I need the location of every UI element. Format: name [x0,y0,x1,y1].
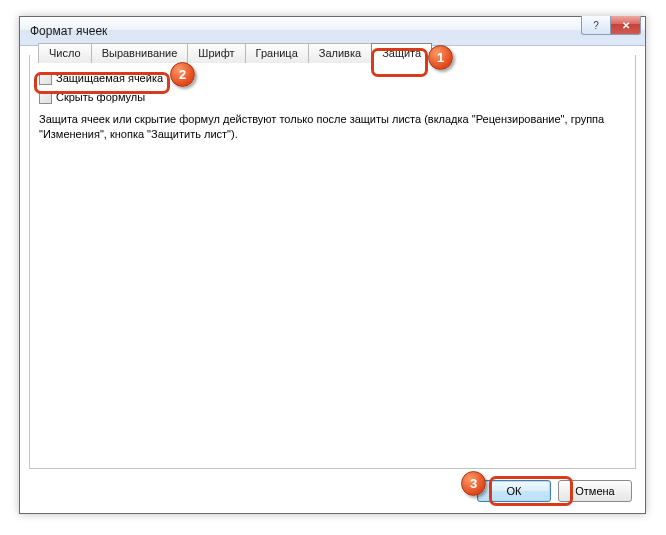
tab-font[interactable]: Шрифт [187,43,245,63]
ok-button[interactable]: ОК [477,480,551,502]
ok-label: ОК [507,485,522,497]
close-icon: ✕ [622,20,630,31]
hidden-label: Скрыть формулы [56,91,145,103]
hide-formulas-row[interactable]: Скрыть формулы [39,88,626,106]
locked-label: Защищаемая ячейка [56,72,163,84]
window-controls: ? ✕ [581,16,641,35]
tab-panel: Число Выравнивание Шрифт Граница Заливка… [29,55,636,469]
titlebar[interactable]: Формат ячеек ? ✕ [20,17,645,46]
dialog-title: Формат ячеек [20,24,107,38]
cancel-button[interactable]: Отмена [558,480,632,502]
tab-label: Шрифт [198,47,234,59]
help-icon: ? [593,20,599,31]
tab-label: Число [49,47,81,59]
tab-alignment[interactable]: Выравнивание [91,43,189,63]
locked-cell-row[interactable]: Защищаемая ячейка [39,69,626,87]
dialog-window: Формат ячеек ? ✕ Число Выравнивание Шриф… [19,16,646,514]
close-button[interactable]: ✕ [611,16,641,35]
protection-description: Защита ячеек или скрытие формул действую… [39,112,609,142]
tab-label: Граница [256,47,298,59]
tab-protection[interactable]: Защита [371,43,432,63]
tab-number[interactable]: Число [38,43,92,63]
help-button[interactable]: ? [581,16,611,35]
tab-content-protection: Защищаемая ячейка Скрыть формулы Защита … [39,69,626,459]
cancel-label: Отмена [575,485,614,497]
tab-border[interactable]: Граница [245,43,309,63]
tab-label: Защита [382,47,421,59]
tab-fill[interactable]: Заливка [308,43,372,63]
dialog-footer: ОК Отмена [477,480,632,502]
client-area: Число Выравнивание Шрифт Граница Заливка… [20,46,645,513]
tab-label: Заливка [319,47,361,59]
tab-label: Выравнивание [102,47,178,59]
hidden-checkbox[interactable] [39,91,52,104]
locked-checkbox[interactable] [39,72,52,85]
tabstrip: Число Выравнивание Шрифт Граница Заливка… [38,43,431,63]
